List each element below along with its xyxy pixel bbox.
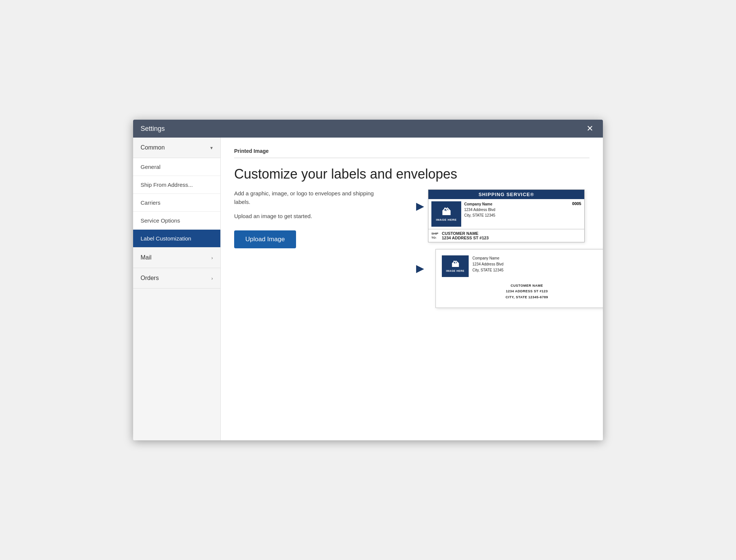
section-label: Printed Image [234, 148, 589, 158]
sidebar-item-label-customization[interactable]: Label Customization [133, 230, 220, 248]
main-content: Printed Image Customize your labels and … [221, 138, 603, 440]
mountain-icon: 🏔 [442, 207, 451, 217]
envelope-sender: 🏔 IMAGE HERE Company Name 1234 Address B… [442, 255, 603, 277]
sidebar-group-orders[interactable]: Orders › [133, 268, 220, 289]
sidebar-item-ship-from[interactable]: Ship From Address... [133, 176, 220, 194]
customer-address: 1234 ADDRESS ST #123 [442, 236, 489, 240]
ship-to-label: SHIP TO: [431, 231, 442, 240]
label-address: Company Name 1234 Address Blvd City, STA… [464, 201, 572, 218]
dialog-body: Common ▾ General Ship From Address... Ca… [133, 138, 603, 440]
label-city-state: City, STATE 12345 [464, 213, 572, 218]
label-preview: SHIPPING SERVICE® 🏔 IMAGE HERE Company N… [428, 189, 585, 242]
common-label: Common [141, 144, 165, 151]
label-image-here-box: 🏔 IMAGE HERE [431, 201, 461, 227]
envelope-recipient-city: CITY, STATE 12345-6789 [442, 295, 603, 300]
envelope-sender-company: Company Name [472, 255, 503, 261]
chevron-right-icon: › [211, 255, 213, 261]
envelope-recipient-area: CUSTOMER NAME 1234 ADDRESS ST #123 CITY,… [442, 283, 603, 300]
description-2: Upload an image to get started. [234, 212, 391, 221]
sidebar-item-service-options[interactable]: Service Options [133, 212, 220, 230]
envelope-mountain-icon: 🏔 [452, 260, 459, 269]
sidebar: Common ▾ General Ship From Address... Ca… [133, 138, 221, 440]
description-1: Add a graphic, image, or logo to envelop… [234, 189, 391, 206]
left-panel: Add a graphic, image, or logo to envelop… [234, 189, 391, 248]
envelope-sender-address: Company Name 1234 Address Blvd City, STA… [472, 255, 503, 273]
upload-image-button[interactable]: Upload Image [234, 230, 296, 248]
common-section-header[interactable]: Common ▾ [133, 138, 220, 158]
customer-name: CUSTOMER NAME [442, 231, 489, 236]
label-ship-to: SHIP TO: CUSTOMER NAME 1234 ADDRESS ST #… [428, 229, 584, 242]
chevron-right-icon: › [211, 276, 213, 281]
sidebar-item-general[interactable]: General [133, 158, 220, 176]
close-button[interactable]: ✕ [584, 123, 595, 134]
dialog-title: Settings [141, 125, 165, 133]
settings-dialog: Settings ✕ Common ▾ General Ship From Ad… [133, 120, 603, 440]
envelope-recipient-name: CUSTOMER NAME [442, 283, 603, 289]
envelope-preview: 🏔 IMAGE HERE Company Name 1234 Address B… [435, 249, 603, 308]
ship-to-address: CUSTOMER NAME 1234 ADDRESS ST #123 [442, 231, 489, 240]
arrow-bottom-icon: ▶ [416, 262, 424, 274]
label-body: 🏔 IMAGE HERE Company Name 1234 Address B… [428, 199, 584, 229]
label-company: Company Name [464, 201, 572, 207]
envelope-sender-address1: 1234 Address Blvd [472, 261, 503, 267]
label-header: SHIPPING SERVICE® [428, 190, 584, 199]
label-order-num: 0005 [572, 201, 581, 206]
content-area: Add a graphic, image, or logo to envelop… [234, 189, 589, 339]
preview-area: ▶ SHIPPING SERVICE® 🏔 IMAGE HERE Company… [406, 189, 589, 339]
sidebar-group-mail[interactable]: Mail › [133, 248, 220, 268]
envelope-image-here-label: IMAGE HERE [446, 270, 464, 272]
title-bar: Settings ✕ [133, 120, 603, 138]
image-here-label: IMAGE HERE [436, 218, 457, 221]
chevron-down-icon: ▾ [210, 145, 213, 151]
arrow-top-icon: ▶ [416, 200, 424, 212]
envelope-sender-city: City, STATE 12345 [472, 267, 503, 273]
label-address1: 1234 Address Blvd [464, 207, 572, 213]
ship-label-bottom: TO: [431, 236, 442, 240]
sidebar-item-carriers[interactable]: Carriers [133, 194, 220, 212]
main-title: Customize your labels and envelopes [234, 166, 589, 182]
envelope-recipient-address1: 1234 ADDRESS ST #123 [442, 289, 603, 294]
envelope-image-here-box: 🏔 IMAGE HERE [442, 255, 469, 277]
ship-label-top: SHIP [431, 232, 442, 236]
